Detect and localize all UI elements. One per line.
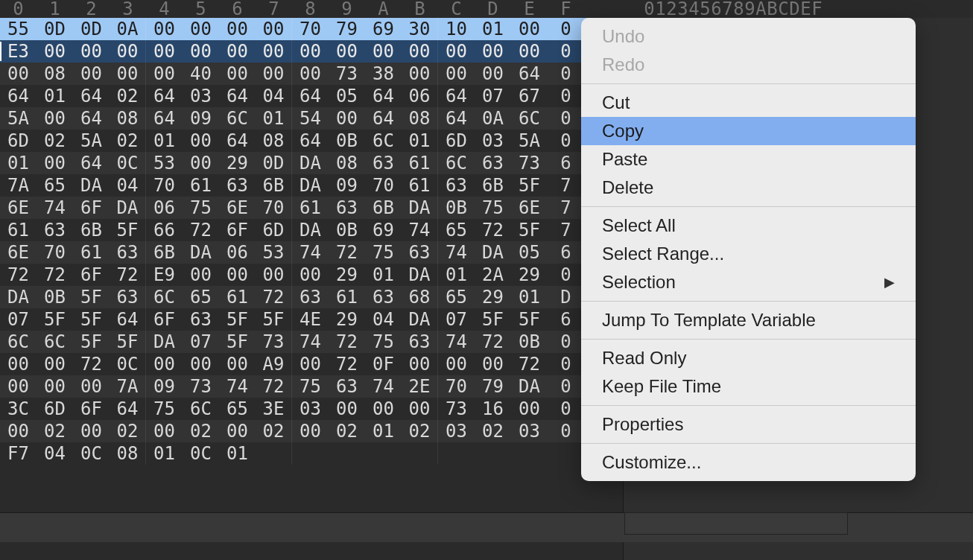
hex-byte[interactable]: 06 xyxy=(402,85,438,107)
hex-byte[interactable]: 0F xyxy=(365,353,402,375)
hex-byte[interactable]: 0C xyxy=(183,442,219,465)
hex-byte[interactable]: 0D xyxy=(37,18,73,40)
hex-byte[interactable]: 74 xyxy=(219,375,256,398)
hex-byte[interactable]: 64 xyxy=(73,152,110,174)
hex-byte[interactable]: 00 xyxy=(37,353,73,375)
hex-byte[interactable]: 3C xyxy=(0,398,37,420)
hex-byte[interactable]: 63 xyxy=(402,331,438,353)
hex-byte[interactable]: 5F xyxy=(256,308,292,331)
hex-byte[interactable]: 00 xyxy=(329,398,365,420)
menu-item-delete[interactable]: Delete xyxy=(581,174,916,202)
hex-byte[interactable]: 7 xyxy=(548,174,584,197)
hex-byte[interactable]: 6 xyxy=(548,308,584,331)
hex-byte[interactable]: 72 xyxy=(475,219,511,241)
hex-byte[interactable]: DA xyxy=(292,219,329,241)
hex-byte[interactable]: 5F xyxy=(511,308,548,331)
hex-byte[interactable]: 64 xyxy=(219,130,256,152)
hex-byte[interactable]: 65 xyxy=(37,174,73,197)
hex-byte[interactable]: 0 xyxy=(548,353,584,375)
hex-byte[interactable]: E3 xyxy=(0,40,37,63)
menu-item-copy[interactable]: Copy xyxy=(581,117,916,145)
hex-byte[interactable]: 00 xyxy=(402,40,438,63)
hex-byte[interactable]: 61 xyxy=(402,152,438,174)
hex-byte[interactable]: 29 xyxy=(475,286,511,308)
hex-byte[interactable]: 00 xyxy=(256,18,292,40)
hex-byte[interactable] xyxy=(548,442,584,465)
hex-byte[interactable]: 63 xyxy=(329,197,365,219)
hex-byte[interactable]: 55 xyxy=(0,18,37,40)
hex-byte[interactable]: 03 xyxy=(292,398,329,420)
hex-byte[interactable]: 16 xyxy=(475,398,511,420)
hex-byte[interactable]: 74 xyxy=(292,241,329,264)
hex-byte[interactable]: 0 xyxy=(548,420,584,442)
hex-byte[interactable]: 01 xyxy=(219,442,256,465)
hex-byte[interactable]: 00 xyxy=(292,353,329,375)
hex-byte[interactable]: 75 xyxy=(292,375,329,398)
hex-byte[interactable]: 73 xyxy=(438,398,475,420)
hex-byte[interactable]: 6B xyxy=(475,174,511,197)
hex-byte[interactable]: 72 xyxy=(475,331,511,353)
hex-byte[interactable]: 64 xyxy=(146,107,183,130)
hex-byte[interactable]: 63 xyxy=(292,286,329,308)
hex-byte[interactable]: 40 xyxy=(183,63,219,85)
hex-byte[interactable]: 72 xyxy=(110,264,146,286)
hex-byte[interactable]: 64 xyxy=(219,85,256,107)
hex-byte[interactable]: 00 xyxy=(292,420,329,442)
hex-byte[interactable]: 74 xyxy=(438,331,475,353)
hex-byte[interactable]: 63 xyxy=(438,174,475,197)
hex-byte[interactable]: DA xyxy=(402,264,438,286)
hex-byte[interactable]: 02 xyxy=(329,420,365,442)
hex-byte[interactable]: 72 xyxy=(329,241,365,264)
context-menu[interactable]: UndoRedoCutCopyPasteDeleteSelect AllSele… xyxy=(581,18,916,481)
hex-byte[interactable]: 4E xyxy=(292,308,329,331)
hex-byte[interactable]: 70 xyxy=(438,375,475,398)
hex-byte[interactable]: 5F xyxy=(110,331,146,353)
hex-byte[interactable]: 00 xyxy=(146,18,183,40)
hex-byte[interactable]: 02 xyxy=(110,420,146,442)
hex-byte[interactable]: 00 xyxy=(365,40,402,63)
hex-byte[interactable]: 08 xyxy=(402,107,438,130)
hex-byte[interactable]: 00 xyxy=(329,107,365,130)
hex-byte[interactable]: 00 xyxy=(219,264,256,286)
hex-byte[interactable]: 63 xyxy=(475,152,511,174)
hex-byte[interactable]: 05 xyxy=(511,241,548,264)
hex-byte[interactable]: DA xyxy=(402,308,438,331)
hex-byte[interactable]: 74 xyxy=(37,197,73,219)
hex-byte[interactable]: 10 xyxy=(438,18,475,40)
hex-byte[interactable]: 00 xyxy=(219,353,256,375)
hex-byte[interactable]: 72 xyxy=(511,353,548,375)
hex-byte[interactable]: 73 xyxy=(511,152,548,174)
hex-byte[interactable]: A9 xyxy=(256,353,292,375)
hex-byte[interactable]: 00 xyxy=(73,40,110,63)
hex-byte[interactable]: 0C xyxy=(73,442,110,465)
hex-byte[interactable]: 00 xyxy=(475,40,511,63)
hex-byte[interactable]: 0B xyxy=(438,197,475,219)
menu-item-customize[interactable]: Customize... xyxy=(581,448,916,477)
hex-byte[interactable]: 00 xyxy=(110,40,146,63)
hex-byte[interactable]: 70 xyxy=(365,174,402,197)
hex-byte[interactable]: 0 xyxy=(548,63,584,85)
hex-byte[interactable]: 6D xyxy=(438,130,475,152)
hex-byte[interactable]: 63 xyxy=(219,174,256,197)
hex-byte[interactable]: 72 xyxy=(73,353,110,375)
hex-byte[interactable]: 61 xyxy=(219,286,256,308)
hex-byte[interactable]: 64 xyxy=(365,85,402,107)
hex-byte[interactable]: 64 xyxy=(0,85,37,107)
hex-byte[interactable]: 6C xyxy=(438,152,475,174)
hex-byte[interactable]: 75 xyxy=(365,331,402,353)
hex-byte[interactable]: 75 xyxy=(365,241,402,264)
hex-byte[interactable]: 00 xyxy=(0,420,37,442)
hex-byte[interactable]: 65 xyxy=(438,219,475,241)
hex-byte[interactable]: 0B xyxy=(329,130,365,152)
hex-byte[interactable]: 29 xyxy=(219,152,256,174)
hex-byte[interactable]: 00 xyxy=(183,40,219,63)
hex-byte[interactable]: 61 xyxy=(292,197,329,219)
hex-byte[interactable]: 5F xyxy=(73,331,110,353)
hex-byte[interactable]: 74 xyxy=(292,331,329,353)
hex-byte[interactable]: 02 xyxy=(183,420,219,442)
hex-byte[interactable]: 01 xyxy=(365,264,402,286)
hex-byte[interactable]: 6F xyxy=(146,308,183,331)
hex-byte[interactable]: 00 xyxy=(0,353,37,375)
hex-byte[interactable]: 64 xyxy=(511,63,548,85)
hex-byte[interactable]: 0 xyxy=(548,331,584,353)
